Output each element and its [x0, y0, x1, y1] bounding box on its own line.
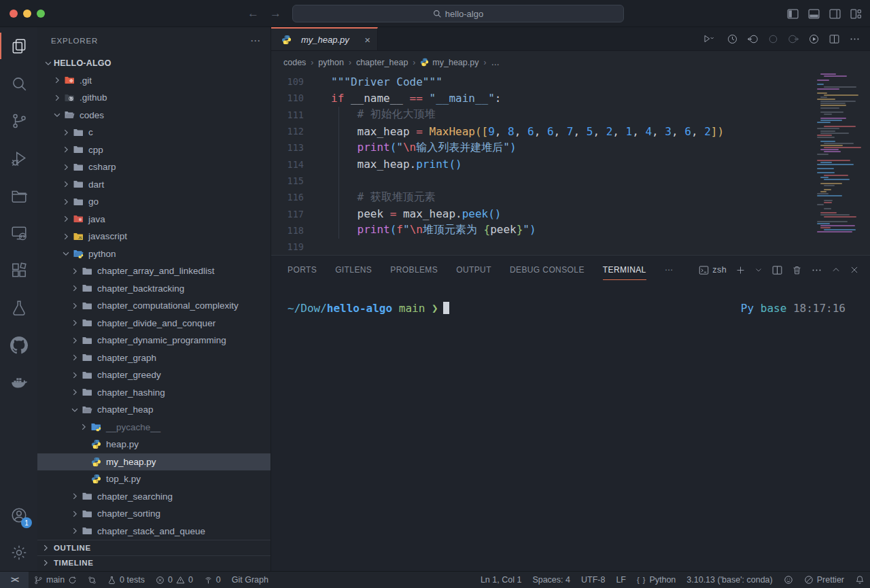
local-history-icon[interactable] — [727, 33, 738, 45]
tree-item-chapter-stack-and-queue[interactable]: chapter_stack_and_queue — [37, 523, 271, 540]
status-git-branch[interactable]: main — [29, 572, 82, 588]
tree-item-chapter-heap[interactable]: chapter_heap — [37, 401, 271, 419]
tree-item-chapter-array-and-linkedlist[interactable]: chapter_array_and_linkedlist — [37, 262, 271, 280]
terminal-dropdown-icon[interactable] — [754, 266, 763, 274]
previous-change-icon[interactable] — [747, 33, 759, 45]
tree-item-c[interactable]: c — [37, 124, 271, 141]
panel-tab-problems[interactable]: PROBLEMS — [390, 256, 438, 284]
activity-run-debug-icon[interactable] — [0, 139, 37, 177]
status-ports-status[interactable]: 0 — [198, 572, 226, 588]
code-line-116[interactable]: 116 # 获取堆顶元素 — [271, 189, 870, 205]
minimap[interactable] — [817, 73, 865, 243]
status-git-compare[interactable] — [82, 572, 102, 588]
tree-item-chapter-divide-and-conquer[interactable]: chapter_divide_and_conquer — [37, 315, 271, 332]
tree-item-dart[interactable]: dart — [37, 176, 271, 194]
status-cursor-position[interactable]: Ln 1, Col 1 — [475, 572, 527, 588]
status-language-mode[interactable]: { }Python — [631, 572, 681, 588]
navigate-back-icon[interactable]: ← — [247, 7, 259, 20]
tree-item-my-heap-py[interactable]: my_heap.py — [37, 453, 271, 471]
tree-item-chapter-greedy[interactable]: chapter_greedy — [37, 366, 271, 384]
toggle-primary-sidebar-icon[interactable] — [787, 8, 799, 20]
tree-item-hello-algo[interactable]: HELLO-ALGO — [37, 54, 271, 72]
tree-item--git[interactable]: .git — [37, 72, 271, 90]
code-line-112[interactable]: 112 max_heap = MaxHeap([9, 8, 6, 6, 7, 5… — [271, 123, 870, 139]
close-tab-icon[interactable]: × — [364, 34, 370, 46]
activity-docker-icon[interactable] — [0, 364, 37, 401]
split-editor-icon[interactable] — [829, 33, 840, 45]
close-window-button[interactable] — [10, 10, 18, 18]
customize-layout-icon[interactable] — [850, 8, 862, 20]
status-remote-indicator[interactable]: >< — [0, 572, 29, 588]
code-line-111[interactable]: 111 # 初始化大顶堆 — [271, 107, 870, 123]
status-git-graph[interactable]: Git Graph — [226, 572, 274, 588]
toggle-panel-icon[interactable] — [808, 8, 820, 20]
panel-tab-output[interactable]: OUTPUT — [456, 256, 491, 284]
tree-item-chapter-backtracking[interactable]: chapter_backtracking — [37, 280, 271, 298]
activity-remote-explorer-icon[interactable] — [0, 214, 37, 252]
status-problems-status[interactable]: 00 — [150, 572, 198, 588]
explorer-more-actions-icon[interactable]: ⋯ — [250, 35, 261, 47]
breadcrumb-item[interactable]: codes — [283, 58, 306, 67]
code-line-114[interactable]: 114 max_heap.print() — [271, 156, 870, 172]
status-python-interpreter[interactable]: 3.10.13 ('base': conda) — [681, 572, 778, 588]
terminal-content[interactable]: ~/Dow/hello-algo main ❯ Py base 18:17:16 — [271, 284, 870, 315]
status-indentation[interactable]: Spaces: 4 — [527, 572, 576, 588]
code-line-115[interactable]: 115 — [271, 173, 870, 189]
tree-item-codes[interactable]: codes — [37, 107, 271, 124]
maximize-panel-icon[interactable] — [831, 265, 841, 275]
activity-extensions-icon[interactable] — [0, 252, 37, 289]
panel-tab--[interactable]: ⋯ — [665, 256, 673, 284]
new-terminal-icon[interactable] — [735, 265, 746, 275]
tree-item-csharp[interactable]: csharp — [37, 158, 271, 176]
status-encoding[interactable]: UTF-8 — [576, 572, 610, 588]
activity-accounts-icon[interactable]: 1 — [0, 496, 37, 534]
tree-item-javascript[interactable]: JSjavascript — [37, 228, 271, 245]
tree-item--pycache-[interactable]: __pycache__ — [37, 419, 271, 436]
code-line-119[interactable]: 119 — [271, 239, 870, 255]
code-line-118[interactable]: 118 print(f"\n堆顶元素为 {peek}") — [271, 222, 870, 239]
tree-item-java[interactable]: java — [37, 211, 271, 228]
panel-tab-ports[interactable]: PORTS — [288, 256, 317, 284]
status-tests-status[interactable]: 0 tests — [102, 572, 150, 588]
navigate-forward-icon[interactable]: → — [270, 7, 281, 20]
tree-item-python[interactable]: python — [37, 245, 271, 263]
activity-project-manager-icon[interactable] — [0, 177, 37, 214]
breadcrumb-item[interactable]: … — [491, 58, 500, 67]
tree-item-heap-py[interactable]: heap.py — [37, 436, 271, 453]
toggle-secondary-sidebar-icon[interactable] — [829, 8, 841, 20]
more-actions-icon[interactable] — [849, 33, 860, 45]
code-area[interactable]: 109"""Driver Code"""110if __name__ == "_… — [271, 73, 870, 255]
tree-item-chapter-computational-complexity[interactable]: chapter_computational_complexity — [37, 297, 271, 315]
tree-item-chapter-graph[interactable]: chapter_graph — [37, 349, 271, 367]
tree-item-chapter-dynamic-programming[interactable]: chapter_dynamic_programming — [37, 332, 271, 349]
tree-item-top-k-py[interactable]: top_k.py — [37, 470, 271, 488]
status-prettier[interactable]: Prettier — [799, 572, 850, 588]
code-line-113[interactable]: 113 print("\n输入列表并建堆后") — [271, 139, 870, 156]
panel-tab-terminal[interactable]: TERMINAL — [603, 256, 646, 284]
minimize-window-button[interactable] — [23, 10, 31, 18]
activity-source-control-icon[interactable] — [0, 102, 37, 139]
split-terminal-icon[interactable] — [771, 264, 783, 276]
status-notifications[interactable] — [850, 572, 870, 588]
section-outline[interactable]: OUTLINE — [37, 540, 271, 555]
shell-selector[interactable]: zsh — [699, 265, 727, 275]
breadcrumb-item[interactable]: my_heap.py — [420, 58, 478, 67]
status-eol[interactable]: LF — [610, 572, 631, 588]
breadcrumb-item[interactable]: chapter_heap — [356, 58, 408, 67]
tree-item-chapter-hashing[interactable]: chapter_hashing — [37, 384, 271, 402]
activity-github-icon[interactable] — [0, 326, 37, 364]
tree-item-go[interactable]: go — [37, 193, 271, 211]
run-profile-icon[interactable] — [808, 33, 820, 45]
panel-more-icon[interactable] — [811, 264, 822, 276]
kill-terminal-icon[interactable] — [792, 265, 802, 275]
maximize-window-button[interactable] — [37, 10, 45, 18]
activity-testing-icon[interactable] — [0, 289, 37, 326]
activity-explorer-icon[interactable] — [0, 27, 37, 65]
prev-diff-icon[interactable] — [767, 33, 779, 45]
code-line-109[interactable]: 109"""Driver Code""" — [271, 73, 870, 90]
run-python-file-icon[interactable] — [697, 33, 718, 44]
tab-my-heap[interactable]: my_heap.py × — [271, 27, 378, 50]
tree-item-chapter-sorting[interactable]: chapter_sorting — [37, 505, 271, 523]
status-feedback[interactable] — [778, 572, 799, 588]
tree-item-chapter-searching[interactable]: chapter_searching — [37, 488, 271, 506]
